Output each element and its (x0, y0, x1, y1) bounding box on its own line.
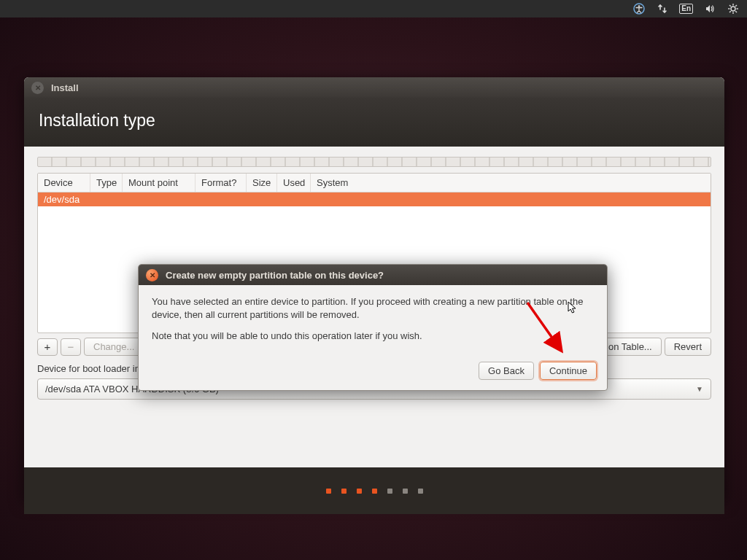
add-partition-button[interactable]: + (37, 338, 58, 356)
dialog-body: You have selected an entire device to pa… (139, 285, 607, 362)
disk-usage-strip (37, 157, 711, 167)
col-device[interactable]: Device (38, 174, 90, 192)
svg-line-10 (735, 5, 737, 7)
go-back-button[interactable]: Go Back (479, 362, 534, 380)
table-row[interactable]: /dev/sda (38, 192, 711, 206)
dropdown-icon: ▼ (696, 385, 703, 393)
col-used[interactable]: Used (277, 174, 311, 192)
slideshow-pager (24, 467, 724, 514)
page-title: Installation type (24, 98, 724, 147)
settings-icon[interactable] (727, 2, 740, 15)
dialog-titlebar: ✕ Create new empty partition table on th… (139, 265, 607, 285)
top-panel: En (0, 0, 747, 18)
close-icon[interactable]: ✕ (31, 82, 44, 94)
revert-button[interactable]: Revert (665, 338, 711, 356)
pager-dot[interactable] (326, 489, 331, 494)
svg-line-9 (729, 11, 731, 12)
pager-dot[interactable] (403, 489, 408, 494)
dialog-footer: Go Back Continue (139, 362, 607, 390)
dialog-text-2: Note that you will be able to undo this … (152, 330, 594, 343)
pager-dot[interactable] (387, 489, 392, 494)
col-mount[interactable]: Mount point (123, 174, 196, 192)
svg-point-2 (731, 7, 735, 11)
svg-line-7 (729, 5, 731, 7)
col-size[interactable]: Size (247, 174, 277, 192)
table-header: Device Type Mount point Format? Size Use… (38, 174, 711, 192)
window-titlebar: ✕ Install (24, 77, 724, 98)
svg-point-1 (638, 5, 640, 7)
network-icon[interactable] (656, 2, 669, 15)
close-icon[interactable]: ✕ (146, 269, 158, 281)
change-partition-button[interactable]: Change... (84, 338, 144, 356)
col-format[interactable]: Format? (196, 174, 247, 192)
continue-button[interactable]: Continue (540, 362, 597, 380)
col-type[interactable]: Type (90, 174, 123, 192)
svg-line-8 (735, 11, 737, 12)
pager-dot[interactable] (357, 489, 362, 494)
language-indicator[interactable]: En (679, 4, 693, 14)
dialog-title: Create new empty partition table on this… (166, 270, 384, 281)
pager-dot[interactable] (341, 489, 347, 494)
col-system[interactable]: System (311, 174, 711, 192)
window-title: Install (51, 82, 79, 93)
pager-dot[interactable] (372, 489, 377, 494)
accessibility-icon[interactable] (632, 2, 646, 15)
sound-icon[interactable] (703, 2, 716, 15)
remove-partition-button[interactable]: − (61, 338, 81, 356)
dialog-text-1: You have selected an entire device to pa… (152, 295, 594, 321)
pager-dot[interactable] (418, 489, 423, 494)
confirm-dialog: ✕ Create new empty partition table on th… (138, 264, 608, 391)
